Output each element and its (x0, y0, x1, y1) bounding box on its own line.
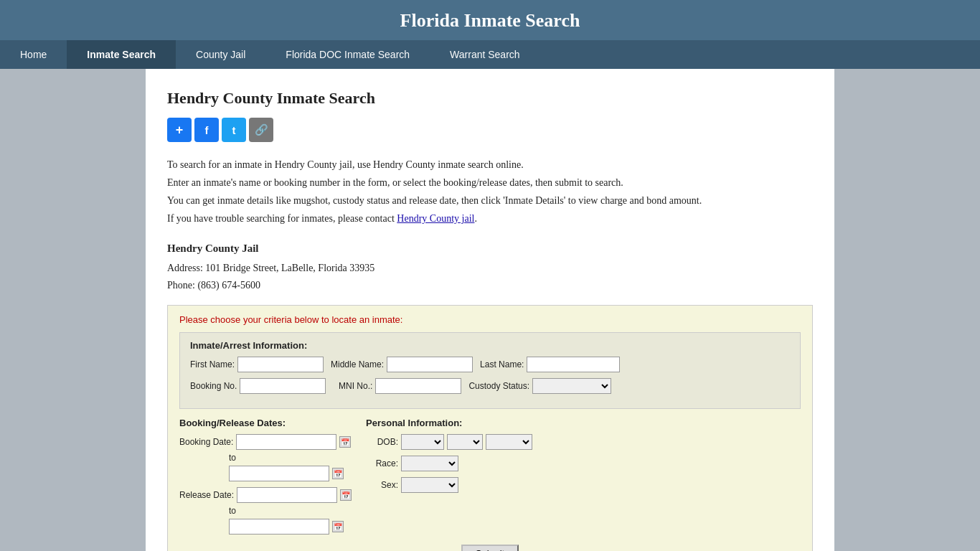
release-date-to-row: 📅 (179, 519, 352, 534)
desc-line2: Enter an inmate's name or booking number… (167, 174, 813, 191)
nav-warrant-search[interactable]: Warrant Search (430, 40, 540, 69)
nav-inmate-search[interactable]: Inmate Search (67, 40, 176, 69)
name-row: First Name: Middle Name: Last Name: (190, 357, 790, 372)
description-block: To search for an inmate in Hendry County… (167, 156, 813, 227)
personal-info-title: Personal Information: (366, 418, 532, 428)
booking-row: Booking No. MNI No.: Custody Status: (190, 378, 790, 394)
booking-date-row: Booking Date: 📅 (179, 434, 352, 450)
release-date-from-input[interactable] (237, 487, 337, 503)
site-header: Florida Inmate Search (0, 0, 980, 40)
custody-status-label: Custody Status: (468, 381, 529, 391)
race-label: Race: (366, 458, 398, 468)
nav-county-jail[interactable]: County Jail (176, 40, 265, 69)
main-nav: Home Inmate Search County Jail Florida D… (0, 40, 980, 69)
personal-info-section: Personal Information: DOB: Race: (366, 418, 532, 499)
page-wrapper: Hendry County Inmate Search + f t 🔗 To s… (146, 69, 834, 551)
sex-select[interactable] (401, 477, 458, 493)
booking-date-to-input[interactable] (229, 466, 329, 481)
desc-line1: To search for an inmate in Hendry County… (167, 156, 813, 173)
booking-date-from-cal-icon[interactable]: 📅 (339, 436, 351, 448)
county-jail-link[interactable]: Hendry County jail (397, 213, 474, 224)
jail-name: Hendry County Jail (167, 240, 813, 258)
jail-info-block: Hendry County Jail Address: 101 Bridge S… (167, 240, 813, 293)
release-date-to-input[interactable] (229, 519, 329, 534)
dob-month-select[interactable] (401, 434, 444, 450)
booking-to-label: to (229, 453, 352, 463)
nav-home[interactable]: Home (0, 40, 67, 69)
site-title: Florida Inmate Search (400, 10, 580, 31)
desc-line4: If you have trouble searching for inmate… (167, 210, 813, 227)
desc-line4-suffix: . (474, 213, 477, 224)
release-to-label: to (229, 506, 352, 516)
booking-no-label: Booking No. (190, 381, 237, 391)
sex-label: Sex: (366, 480, 398, 490)
booking-date-to-row: 📅 (179, 466, 352, 481)
facebook-button[interactable]: f (194, 118, 219, 142)
first-name-label: First Name: (190, 359, 235, 369)
booking-no-group: Booking No. (190, 378, 326, 394)
middle-name-group: Middle Name: (331, 357, 473, 372)
form-hint: Please choose your criteria below to loc… (179, 314, 801, 325)
last-name-group: Last Name: (480, 357, 620, 372)
release-date-row: Release Date: 📅 (179, 487, 352, 503)
share-button[interactable]: + (167, 118, 192, 142)
desc-line4-prefix: If you have trouble searching for inmate… (167, 213, 397, 224)
mni-label: MNI No.: (333, 381, 372, 391)
dates-personal-row: Booking/Release Dates: Booking Date: 📅 t… (179, 418, 801, 537)
mni-group: MNI No.: (333, 378, 461, 394)
last-name-input[interactable] (527, 357, 620, 372)
social-buttons: + f t 🔗 (167, 118, 813, 142)
sex-row: Sex: (366, 477, 532, 493)
dob-row: DOB: (366, 434, 532, 450)
middle-name-label: Middle Name: (331, 359, 384, 369)
release-date-label: Release Date: (179, 490, 234, 500)
mni-input[interactable] (375, 378, 461, 394)
search-form-container: Please choose your criteria below to loc… (167, 305, 813, 551)
race-select[interactable] (401, 456, 458, 471)
dob-label: DOB: (366, 437, 398, 447)
booking-date-label: Booking Date: (179, 437, 233, 447)
dob-day-select[interactable] (447, 434, 483, 450)
booking-date-to-cal-icon[interactable]: 📅 (332, 468, 344, 479)
booking-date-from-input[interactable] (236, 434, 336, 450)
booking-no-input[interactable] (240, 378, 326, 394)
jail-address: Address: 101 Bridge Street, LaBelle, Flo… (167, 260, 813, 277)
release-date-to-cal-icon[interactable]: 📅 (332, 521, 344, 532)
release-date-from-cal-icon[interactable]: 📅 (340, 489, 352, 501)
custody-status-group: Custody Status: (468, 378, 611, 394)
inmate-section-title: Inmate/Arrest Information: (190, 340, 790, 351)
race-row: Race: (366, 456, 532, 471)
custody-status-select[interactable] (532, 378, 611, 394)
twitter-button[interactable]: t (222, 118, 246, 142)
copy-link-button[interactable]: 🔗 (249, 118, 273, 142)
booking-release-section: Booking/Release Dates: Booking Date: 📅 t… (179, 418, 352, 537)
booking-release-title: Booking/Release Dates: (179, 418, 352, 428)
submit-button[interactable]: Submit (461, 545, 519, 551)
middle-name-input[interactable] (387, 357, 473, 372)
first-name-input[interactable] (237, 357, 324, 372)
first-name-group: First Name: (190, 357, 324, 372)
last-name-label: Last Name: (480, 359, 524, 369)
page-heading: Hendry County Inmate Search (167, 89, 813, 108)
jail-phone: Phone: (863) 674-5600 (167, 277, 813, 294)
submit-row: Submit (179, 545, 801, 551)
desc-line3: You can get inmate details like mugshot,… (167, 192, 813, 209)
dob-year-select[interactable] (486, 434, 532, 450)
nav-florida-doc[interactable]: Florida DOC Inmate Search (265, 40, 430, 69)
inmate-arrest-section: Inmate/Arrest Information: First Name: M… (179, 332, 801, 409)
